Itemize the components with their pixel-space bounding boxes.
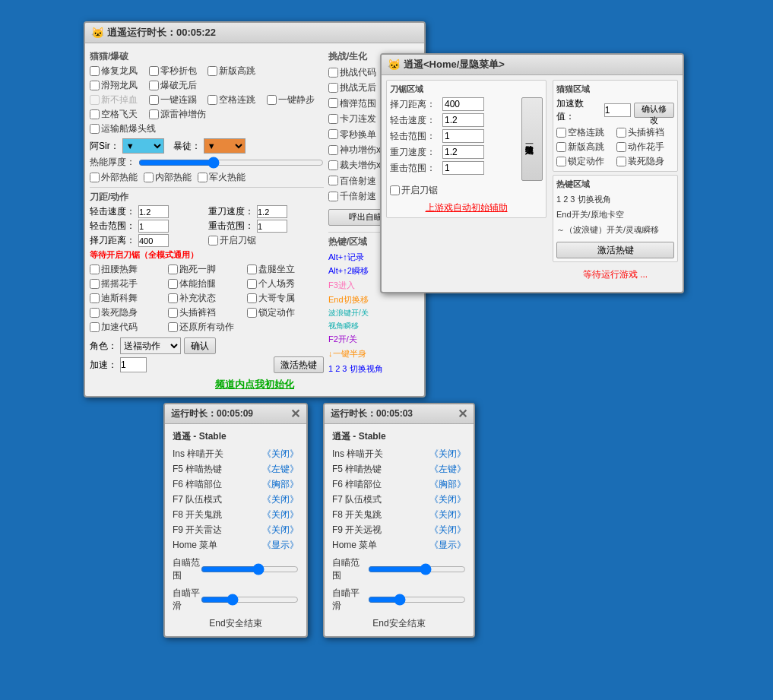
check-no-drop[interactable]: 新不掉血 xyxy=(90,93,147,106)
check-thunder[interactable]: 源雷神增伤 xyxy=(149,108,265,121)
check-replenish[interactable]: 补充状态 xyxy=(168,292,245,305)
br-row-f9: F9 开关远视 《关闭》 xyxy=(332,524,466,537)
check-one-quiet[interactable]: 一键静步 xyxy=(267,93,325,106)
check-space-jump[interactable]: 空格连跳 xyxy=(208,93,265,106)
check-open-knife[interactable]: 开启刀锯 xyxy=(208,234,324,247)
bl-slider2-label: 自瞄平滑 xyxy=(173,587,201,613)
heavy-speed-input[interactable] xyxy=(257,205,287,218)
br-slider2-label: 自瞄平滑 xyxy=(332,587,368,613)
check-glide[interactable]: 滑翔龙凤 xyxy=(90,79,147,92)
bl-row-ins: Ins 梓喵开关 《关闭》 xyxy=(173,448,299,461)
r-light-speed-input[interactable] xyxy=(442,113,484,127)
check-shake-hand[interactable]: 摇摇花手 xyxy=(90,277,166,290)
bl-row-f9: F9 开关雷达 《关闭》 xyxy=(173,524,299,537)
check-head-crotch[interactable]: 头插裤裆 xyxy=(168,306,245,319)
r-check-flower-hand[interactable]: 动作花手 xyxy=(616,141,675,154)
bl-close-btn[interactable]: ✕ xyxy=(290,408,300,420)
check-sit-cross[interactable]: 盘腿坐立 xyxy=(247,263,324,276)
r-light-range-label: 轻击范围： xyxy=(390,130,439,143)
knife-dist-input[interactable] xyxy=(138,234,169,247)
r-knife-dist-input[interactable] xyxy=(442,97,484,111)
check-new-high[interactable]: 新版高跳 xyxy=(208,65,265,78)
hk-one-key: ↓一键半身 xyxy=(328,347,420,361)
br-slider1-label: 自瞄范围 xyxy=(332,556,368,582)
r-hotkey-title: 热键区域 xyxy=(556,179,674,190)
sir-label: 阿Sir： xyxy=(90,140,119,153)
bl-title-text: 运行时长：00:05:09 xyxy=(171,407,253,420)
br-row-f7: F7 队伍模式 《关闭》 xyxy=(332,493,466,506)
hk-wave-view: 波浪键开/关视角瞬移 xyxy=(328,306,420,332)
r-accel-input[interactable] xyxy=(604,103,631,117)
check-space-fly[interactable]: 空格飞天 xyxy=(90,108,147,121)
br-row-home: Home 菜单 《显示》 xyxy=(332,539,466,552)
check-leg-lift[interactable]: 体能抬腿 xyxy=(168,277,245,290)
bl-slider2-row: 自瞄平滑 xyxy=(173,587,299,613)
activate-btn[interactable]: 激活热键 xyxy=(274,356,324,373)
init-link[interactable]: 频道内点我初始化 xyxy=(90,378,420,391)
check-run-kick[interactable]: 跑死一脚 xyxy=(168,263,245,276)
r-check-die-hide[interactable]: 装死隐身 xyxy=(616,155,675,168)
r-check-new-high[interactable]: 新版高跳 xyxy=(556,141,615,154)
bl-slider2[interactable] xyxy=(201,594,299,606)
right-title-icon: 🐱 xyxy=(388,59,401,71)
r-check-head-crotch[interactable]: 头插裤裆 xyxy=(616,126,675,139)
bl-slider1[interactable] xyxy=(201,563,299,575)
check-outer-heat[interactable]: 外部热能 xyxy=(90,171,138,184)
bl-row-f7: F7 队伍模式 《关闭》 xyxy=(173,493,299,506)
br-slider2[interactable] xyxy=(368,594,466,606)
r-heavy-speed-input[interactable] xyxy=(442,145,484,159)
check-personal-show[interactable]: 个人场秀 xyxy=(247,277,324,290)
check-inner-heat[interactable]: 内部热能 xyxy=(144,171,192,184)
r-activate-btn[interactable]: 激活热键 xyxy=(556,242,674,258)
br-titlebar: 运行时长：00:05:03 ✕ xyxy=(325,404,474,424)
sir-color-select[interactable]: ▼ xyxy=(122,138,164,154)
cat-area-title: 猫猫区域 xyxy=(556,84,674,95)
main-title-icon: 🐱 xyxy=(91,27,104,39)
accel-input[interactable] xyxy=(120,357,147,372)
r-check-lock-action[interactable]: 锁定动作 xyxy=(556,155,615,168)
br-slider2-row: 自瞄平滑 xyxy=(332,587,466,613)
check-big-brother[interactable]: 大哥专属 xyxy=(247,292,324,305)
check-lock-action[interactable]: 锁定动作 xyxy=(247,306,324,319)
auto-start-link[interactable]: 上游戏自动初始辅助 xyxy=(426,202,508,213)
br-close-btn[interactable]: ✕ xyxy=(458,408,467,420)
right-titlebar: 🐱 逍遥<Home/显隐菜单> xyxy=(382,55,683,75)
knife-section-label: 刀距/动作 xyxy=(90,191,324,204)
light-range-input[interactable] xyxy=(138,220,169,233)
mob-color-select[interactable]: ▼ xyxy=(204,138,246,154)
heat-slider[interactable] xyxy=(138,157,324,169)
check-zero-fold[interactable]: 零秒折包 xyxy=(149,65,207,78)
check-military-heat[interactable]: 军火热能 xyxy=(198,171,246,184)
check-waist-dance[interactable]: 扭腰热舞 xyxy=(90,263,166,276)
check-accel-code[interactable]: 加速代码 xyxy=(90,321,166,334)
role-label: 角色： xyxy=(90,340,117,353)
check-restore-action[interactable]: 还原所有动作 xyxy=(168,321,324,334)
r-light-range-input[interactable] xyxy=(442,129,484,143)
br-row-ins: Ins 梓喵开关 《关闭》 xyxy=(332,448,466,461)
check-bomb-no[interactable]: 爆破无后 xyxy=(149,79,207,92)
r-check-space-jump[interactable]: 空格连跳 xyxy=(556,126,615,139)
check-disco[interactable]: 迪斯科舞 xyxy=(90,292,166,305)
bl-end-text: End安全结束 xyxy=(173,617,299,630)
role-select[interactable]: 送福动作 xyxy=(120,337,181,354)
br-end-text: End安全结束 xyxy=(332,617,466,630)
bl-row-f8: F8 开关鬼跳 《关闭》 xyxy=(173,508,299,521)
r-heavy-range-input[interactable] xyxy=(442,161,484,175)
side-stable-btn[interactable]: 一键输入稳定数值 xyxy=(521,97,543,181)
r-check-open-knife[interactable]: 开启刀锯 xyxy=(390,184,543,197)
check-die-hide[interactable]: 装死隐身 xyxy=(90,306,166,319)
check-transport[interactable]: 运输船爆头线 xyxy=(90,122,206,135)
r-light-speed-label: 轻击速度： xyxy=(390,114,439,127)
r-hk-wave: ～（波浪键）开关/灵魂瞬移 xyxy=(556,223,674,238)
check-one-kick[interactable]: 一键连踢 xyxy=(149,93,207,106)
light-speed-input[interactable] xyxy=(138,205,169,218)
r-confirm-modify-btn[interactable]: 确认修改 xyxy=(634,103,674,118)
heavy-range-input[interactable] xyxy=(257,220,287,233)
br-title-text: 运行时长：00:05:03 xyxy=(331,407,413,420)
check-fix-dragon[interactable]: 修复龙凤 xyxy=(90,65,147,78)
br-slider1[interactable] xyxy=(368,563,466,575)
confirm-button[interactable]: 确认 xyxy=(184,337,216,354)
r-knife-dist-label: 择刀距离： xyxy=(390,98,439,111)
bl-slider1-row: 自瞄范围 xyxy=(173,556,299,582)
bl-row-f5: F5 梓喵热键 《左键》 xyxy=(173,463,299,476)
